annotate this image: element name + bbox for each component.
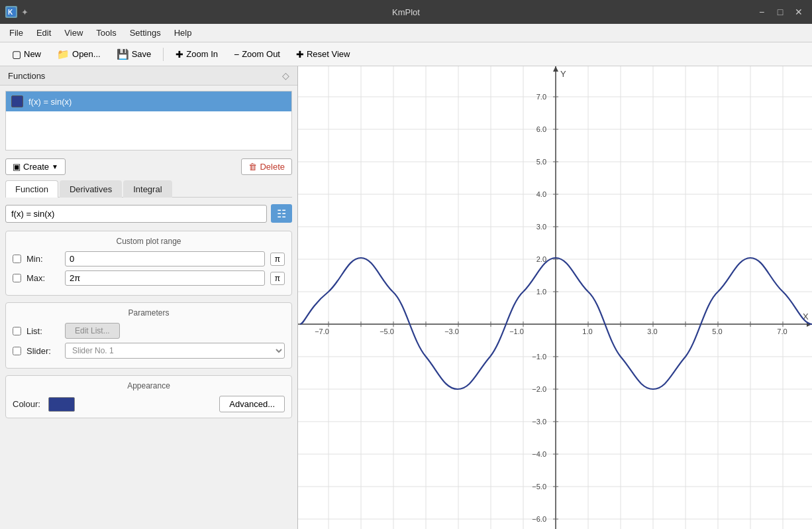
menu-tools[interactable]: Tools — [89, 26, 123, 40]
function-color-swatch — [11, 95, 23, 107]
new-icon: ▢ — [12, 48, 21, 60]
create-dropdown-icon: ▼ — [52, 163, 58, 170]
edit-list-button[interactable]: Edit List... — [65, 323, 120, 339]
max-pi-button[interactable]: π — [270, 272, 285, 285]
tab-function[interactable]: Function — [5, 180, 58, 198]
min-input[interactable] — [65, 251, 265, 266]
main-content: Functions ◇ f(x) = sin(x) ▣ Create ▼ 🗑 D… — [0, 66, 812, 529]
open-icon: 📁 — [57, 48, 70, 60]
svg-text:−3.0: −3.0 — [532, 418, 546, 426]
delete-label: Delete — [260, 162, 285, 172]
svg-text:1.0: 1.0 — [536, 288, 546, 296]
pin-icon: ✦ — [21, 7, 28, 17]
delete-button[interactable]: 🗑 Delete — [241, 158, 292, 175]
parameters-title: Parameters — [13, 308, 285, 318]
toolbar-separator — [163, 48, 164, 61]
create-label: Create — [23, 162, 49, 172]
menu-file[interactable]: File — [3, 26, 30, 40]
svg-text:7.0: 7.0 — [536, 93, 546, 101]
menu-settings[interactable]: Settings — [123, 26, 168, 40]
zoom-in-icon: ✚ — [176, 49, 183, 60]
function-menu-button[interactable]: ☷ — [271, 204, 292, 223]
menu-help[interactable]: Help — [168, 26, 199, 40]
reset-view-label: Reset View — [307, 49, 350, 59]
colour-label: Colour: — [13, 399, 40, 409]
tab-function-label: Function — [15, 184, 48, 194]
open-button[interactable]: 📁 Open... — [50, 46, 107, 63]
functions-pin-icon[interactable]: ◇ — [282, 70, 289, 81]
zoom-out-label: Zoom Out — [242, 49, 280, 59]
function-menu-icon: ☷ — [277, 207, 286, 220]
min-checkbox[interactable] — [13, 255, 21, 263]
edit-list-label: Edit List... — [75, 326, 110, 335]
slider-select[interactable]: Slider No. 1 — [65, 343, 285, 359]
svg-text:4.0: 4.0 — [536, 190, 546, 198]
minimize-button[interactable]: − — [754, 4, 770, 20]
svg-text:−4.0: −4.0 — [532, 450, 546, 458]
window-controls: − □ ✕ — [754, 4, 807, 20]
menubar: File Edit View Tools Settings Help — [0, 24, 812, 42]
slider-checkbox[interactable] — [13, 347, 21, 355]
svg-text:−1.0: −1.0 — [509, 327, 524, 335]
function-expression-input[interactable] — [5, 205, 267, 223]
menu-view[interactable]: View — [58, 26, 89, 40]
tab-integral[interactable]: Integral — [123, 180, 172, 198]
slider-row: Slider: Slider No. 1 — [13, 343, 285, 359]
tab-content: ☷ Custom plot range Min: π Max: π — [0, 198, 297, 529]
reset-view-button[interactable]: ✚ Reset View — [289, 46, 357, 62]
titlebar-left: K ✦ — [5, 6, 28, 18]
function-name: f(x) = sin(x) — [28, 97, 72, 107]
window-title: KmPlot — [392, 7, 420, 17]
svg-text:2.0: 2.0 — [536, 255, 546, 263]
min-row: Min: π — [13, 251, 285, 266]
min-label: Min: — [26, 254, 60, 264]
max-input[interactable] — [65, 270, 265, 286]
create-button[interactable]: ▣ Create ▼ — [5, 158, 66, 175]
colour-swatch[interactable] — [48, 397, 75, 412]
appearance-row: Colour: Advanced... — [13, 396, 285, 412]
delete-icon: 🗑 — [248, 162, 257, 172]
new-button[interactable]: ▢ New — [5, 46, 48, 63]
svg-text:6.0: 6.0 — [536, 125, 546, 133]
create-icon: ▣ — [13, 162, 21, 172]
min-pi-button[interactable]: π — [270, 253, 285, 266]
function-expression-row: ☷ — [5, 204, 292, 223]
open-label: Open... — [72, 49, 101, 59]
zoom-in-button[interactable]: ✚ Zoom In — [169, 46, 225, 62]
svg-text:−5.0: −5.0 — [380, 327, 394, 335]
advanced-button[interactable]: Advanced... — [219, 396, 285, 412]
app-icon: K — [5, 6, 17, 18]
svg-text:3.0: 3.0 — [647, 327, 657, 335]
new-label: New — [24, 49, 41, 59]
titlebar: K ✦ KmPlot − □ ✕ — [0, 0, 812, 24]
save-icon: 💾 — [117, 48, 129, 60]
menu-edit[interactable]: Edit — [30, 26, 58, 40]
close-button[interactable]: ✕ — [791, 4, 807, 20]
reset-view-icon: ✚ — [296, 49, 304, 60]
svg-rect-2 — [298, 66, 812, 529]
svg-text:−6.0: −6.0 — [532, 515, 546, 523]
svg-text:−5.0: −5.0 — [532, 483, 546, 491]
maximize-button[interactable]: □ — [772, 4, 788, 20]
graph-area[interactable]: X Y −7.0 −5.0 −3.0 −1.0 1.0 3.0 5.0 7.0 … — [298, 66, 812, 529]
max-row: Max: π — [13, 270, 285, 286]
parameters-section: Parameters List: Edit List... Slider: Sl… — [5, 302, 292, 369]
tab-derivatives-label: Derivatives — [70, 184, 112, 194]
list-row: List: Edit List... — [13, 323, 285, 339]
function-item[interactable]: f(x) = sin(x) — [6, 91, 291, 111]
appearance-section: Appearance Colour: Advanced... — [5, 375, 292, 418]
left-panel: Functions ◇ f(x) = sin(x) ▣ Create ▼ 🗑 D… — [0, 66, 298, 529]
svg-text:−7.0: −7.0 — [315, 327, 329, 335]
svg-text:5.0: 5.0 — [536, 158, 546, 166]
list-checkbox[interactable] — [13, 327, 21, 335]
appearance-title: Appearance — [13, 381, 285, 390]
tab-derivatives[interactable]: Derivatives — [60, 180, 122, 198]
tab-integral-label: Integral — [133, 184, 162, 194]
svg-text:1.0: 1.0 — [582, 327, 592, 335]
save-button[interactable]: 💾 Save — [110, 46, 158, 63]
max-label: Max: — [26, 273, 60, 283]
svg-text:−1.0: −1.0 — [532, 353, 546, 361]
list-label: List: — [26, 326, 60, 336]
max-checkbox[interactable] — [13, 274, 21, 282]
zoom-out-button[interactable]: − Zoom Out — [227, 46, 287, 62]
